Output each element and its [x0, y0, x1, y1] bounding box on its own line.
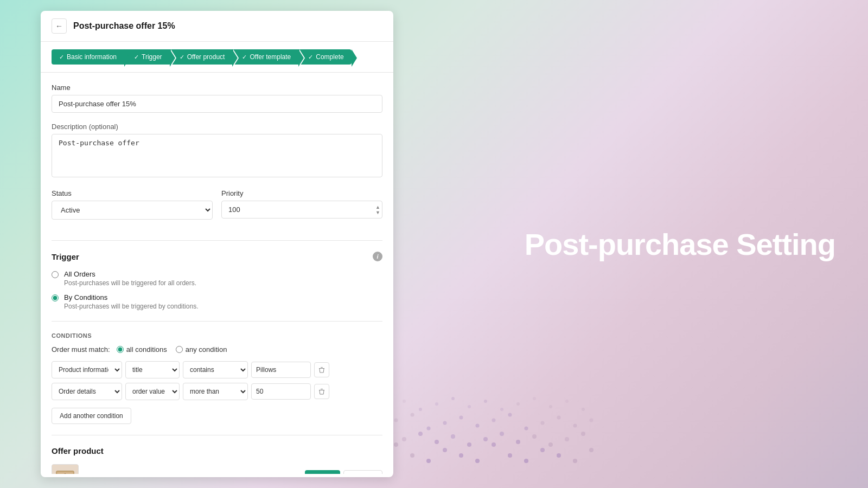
- svg-point-77: [459, 416, 463, 420]
- svg-point-113: [582, 408, 585, 411]
- trigger-all-orders-radio[interactable]: [52, 271, 59, 278]
- priority-input[interactable]: [221, 201, 382, 219]
- status-field-group: Status Active Inactive: [52, 189, 213, 220]
- condition-1-field[interactable]: title product type vendor: [125, 361, 180, 378]
- svg-point-19: [443, 448, 447, 452]
- svg-point-73: [394, 419, 398, 422]
- svg-point-76: [443, 421, 447, 425]
- priority-field-group: Priority ▲ ▼: [221, 189, 382, 220]
- condition-row-2: Product information Order details order …: [52, 383, 382, 400]
- name-input[interactable]: [52, 95, 382, 113]
- svg-rect-114: [319, 368, 324, 369]
- svg-point-105: [451, 397, 455, 400]
- trigger-by-conditions-desc: Post-purchases will be triggered by cond…: [64, 303, 198, 310]
- svg-point-51: [500, 432, 504, 436]
- step-check-offer-template: ✓: [242, 54, 247, 61]
- svg-point-49: [467, 442, 471, 447]
- product-actions: Design Change: [305, 470, 382, 474]
- status-select[interactable]: Active Inactive: [52, 201, 213, 220]
- condition-1-category[interactable]: Product information Order details: [52, 361, 122, 378]
- panel-title: Post-purchase offer 15%: [73, 21, 175, 31]
- svg-point-20: [459, 453, 463, 458]
- any-condition-option[interactable]: any condition: [176, 345, 227, 354]
- trigger-by-conditions-option[interactable]: By Conditions Post-purchases will be tri…: [52, 293, 382, 310]
- priority-input-wrap: ▲ ▼: [221, 201, 382, 219]
- product-info: Antique Drawers: [52, 464, 137, 474]
- svg-point-102: [403, 400, 406, 403]
- priority-arrows: ▲ ▼: [375, 204, 380, 215]
- step-label-trigger: Trigger: [142, 53, 162, 61]
- trigger-all-orders-desc: Post-purchases will be triggered for all…: [64, 279, 196, 287]
- condition-2-field[interactable]: order value order quantity: [125, 383, 180, 400]
- svg-point-78: [476, 424, 480, 428]
- svg-point-103: [419, 408, 422, 411]
- condition-1-value[interactable]: [251, 362, 311, 378]
- svg-point-16: [394, 442, 398, 447]
- condition-2-operator[interactable]: more than less than equals: [183, 383, 248, 400]
- svg-point-53: [532, 434, 537, 439]
- divider-3: [52, 435, 382, 435]
- svg-point-108: [500, 408, 503, 411]
- step-check-complete: ✓: [308, 54, 313, 61]
- trigger-by-conditions-radio[interactable]: [52, 294, 59, 301]
- svg-point-84: [573, 424, 577, 428]
- svg-point-106: [468, 405, 471, 408]
- step-check-trigger: ✓: [134, 54, 139, 61]
- match-radio-group: all conditions any condition: [117, 345, 227, 354]
- trash-icon-2: [318, 388, 325, 395]
- svg-point-54: [548, 442, 553, 447]
- design-button[interactable]: Design: [305, 470, 340, 474]
- all-conditions-option[interactable]: all conditions: [117, 345, 167, 354]
- priority-label: Priority: [221, 189, 382, 197]
- trigger-by-conditions-label: By Conditions: [64, 293, 198, 301]
- name-field-group: Name: [52, 84, 382, 113]
- svg-point-28: [589, 448, 593, 452]
- svg-point-112: [565, 400, 569, 403]
- svg-point-107: [484, 400, 487, 403]
- step-basic-info[interactable]: ✓ Basic information: [52, 49, 124, 65]
- svg-point-81: [525, 427, 528, 431]
- condition-2-value[interactable]: [251, 383, 311, 400]
- condition-1-delete[interactable]: [314, 362, 329, 377]
- condition-2-delete[interactable]: [314, 384, 329, 399]
- svg-rect-117: [321, 389, 323, 389]
- svg-point-75: [427, 427, 431, 431]
- svg-point-55: [565, 437, 569, 441]
- step-check-basic-info: ✓: [59, 54, 64, 61]
- svg-point-83: [557, 416, 561, 420]
- status-priority-row: Status Active Inactive Priority ▲ ▼: [52, 189, 382, 229]
- svg-point-48: [451, 434, 455, 439]
- step-trigger[interactable]: ✓ Trigger: [124, 49, 170, 65]
- priority-up-arrow[interactable]: ▲: [375, 204, 380, 209]
- description-input[interactable]: Post-purchase offer: [52, 134, 382, 177]
- svg-point-82: [541, 421, 545, 425]
- step-label-offer-template: Offer template: [250, 53, 291, 61]
- svg-point-109: [516, 402, 520, 406]
- svg-point-85: [590, 419, 593, 422]
- trigger-radio-group: All Orders Post-purchases will be trigge…: [52, 270, 382, 310]
- product-thumb-svg: [52, 464, 78, 474]
- svg-point-46: [418, 432, 423, 436]
- trigger-info-icon[interactable]: i: [373, 252, 382, 261]
- condition-1-operator[interactable]: contains does not contain equals: [183, 361, 248, 378]
- back-button[interactable]: ←: [52, 18, 67, 34]
- any-condition-radio[interactable]: [176, 346, 183, 353]
- step-offer-product[interactable]: ✓ Offer product: [170, 49, 233, 65]
- trigger-section-header: Trigger i: [52, 252, 382, 261]
- step-complete[interactable]: ✓ Complete: [298, 49, 351, 65]
- svg-point-21: [475, 459, 480, 463]
- divider-1: [52, 240, 382, 241]
- svg-point-111: [549, 405, 552, 408]
- all-conditions-radio[interactable]: [117, 346, 124, 353]
- condition-2-category[interactable]: Product information Order details: [52, 383, 122, 400]
- priority-down-arrow[interactable]: ▼: [375, 210, 380, 215]
- step-offer-template[interactable]: ✓ Offer template: [232, 49, 298, 65]
- add-condition-button[interactable]: Add another condition: [52, 408, 131, 424]
- offer-product-title: Offer product: [52, 446, 104, 455]
- svg-point-26: [557, 453, 561, 458]
- change-button[interactable]: Change: [343, 470, 382, 474]
- offer-product-row: Antique Drawers Design Change: [52, 464, 382, 474]
- trigger-all-orders-option[interactable]: All Orders Post-purchases will be trigge…: [52, 270, 382, 287]
- svg-point-104: [435, 402, 438, 406]
- trigger-all-orders-label: All Orders: [64, 270, 196, 278]
